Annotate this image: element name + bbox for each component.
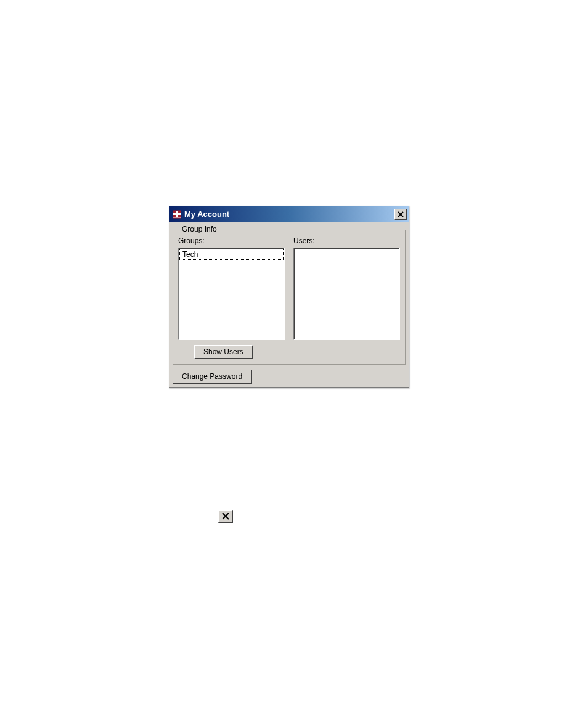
svg-rect-3	[173, 215, 176, 217]
close-icon	[222, 513, 229, 520]
svg-line-6	[398, 212, 403, 217]
svg-rect-2	[178, 211, 181, 213]
dialog-body: Group Info Groups: Tech Users:	[169, 222, 409, 387]
group-info-groupbox: Group Info Groups: Tech Users:	[173, 230, 406, 365]
close-button[interactable]	[394, 209, 407, 220]
horizontal-rule	[42, 41, 504, 41]
close-icon	[398, 211, 404, 217]
users-column: Users:	[293, 237, 400, 340]
change-password-button[interactable]: Change Password	[173, 370, 252, 384]
svg-rect-1	[173, 211, 176, 213]
groups-listbox[interactable]: Tech	[178, 248, 285, 340]
titlebar[interactable]: My Account	[169, 206, 409, 222]
form-icon	[172, 209, 182, 219]
groups-column: Groups: Tech	[178, 237, 285, 340]
my-account-dialog: My Account Group Info Groups: Tech	[169, 206, 409, 388]
titlebar-text: My Account	[184, 209, 394, 219]
list-item[interactable]: Tech	[179, 249, 284, 260]
svg-rect-4	[178, 215, 181, 217]
groups-label: Groups:	[178, 237, 285, 245]
groupbox-legend: Group Info	[179, 225, 219, 233]
users-listbox[interactable]	[293, 248, 400, 340]
users-label: Users:	[293, 237, 400, 245]
svg-line-5	[398, 212, 403, 217]
inline-close-button[interactable]	[218, 510, 233, 523]
show-users-button[interactable]: Show Users	[194, 345, 253, 359]
